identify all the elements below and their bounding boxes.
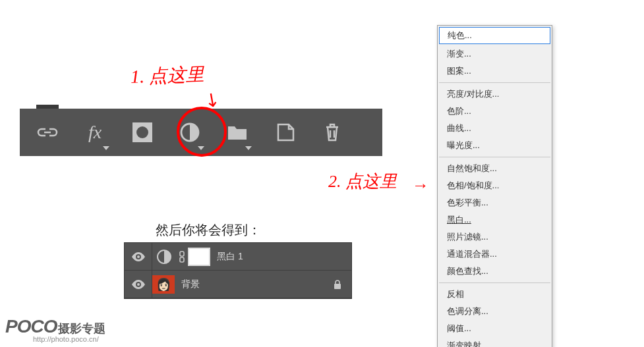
layers-toolbar: fx <box>20 109 382 156</box>
adjustment-context-menu: 纯色... 渐变... 图案... 亮度/对比度... 色阶... 曲线... … <box>437 25 552 347</box>
menu-bw[interactable]: 黑白... <box>438 211 552 228</box>
poco-logo: POCO摄影专题 http://photo.poco.cn/ <box>5 316 105 343</box>
lock-icon <box>324 279 351 290</box>
menu-lookup[interactable]: 颜色查找... <box>438 263 552 280</box>
menu-balance[interactable]: 色彩平衡... <box>438 194 552 211</box>
annotation-note-1: 1. 点这里 <box>130 62 204 90</box>
svg-rect-8 <box>334 284 341 289</box>
adjustment-layer-icon[interactable] <box>174 117 206 148</box>
trash-icon[interactable] <box>316 117 348 148</box>
layer-row-bw[interactable]: 黑白 1 <box>125 243 351 271</box>
menu-gradient[interactable]: 渐变... <box>438 45 552 63</box>
logo-brand: POCO <box>5 316 57 336</box>
adjustment-thumb-icon <box>152 247 176 267</box>
menu-gradmap[interactable]: 渐变映射... <box>438 337 552 347</box>
eye-icon[interactable] <box>125 243 152 270</box>
folder-icon[interactable] <box>221 117 253 148</box>
menu-threshold[interactable]: 阈值... <box>438 320 552 337</box>
menu-brightness[interactable]: 亮度/对比度... <box>438 86 552 103</box>
svg-rect-5 <box>180 252 184 256</box>
layer-row-bg[interactable]: 👩🏻 背景 <box>125 271 351 298</box>
menu-solid-color[interactable]: 纯色... <box>439 27 550 44</box>
bg-thumb[interactable]: 👩🏻 <box>152 275 175 294</box>
mask-icon[interactable] <box>127 117 158 148</box>
menu-separator <box>439 82 550 83</box>
menu-photo-filter[interactable]: 照片滤镜... <box>438 228 552 246</box>
fx-icon[interactable]: fx <box>79 117 111 148</box>
eye-icon[interactable] <box>125 271 152 298</box>
layer-label-bw: 黑白 1 <box>217 251 351 263</box>
annotation-note-2: 2. 点这里 <box>328 170 397 193</box>
mask-thumb[interactable] <box>188 248 210 266</box>
new-layer-icon[interactable] <box>269 117 301 148</box>
result-label: 然后你将会得到： <box>156 221 261 239</box>
menu-hue[interactable]: 色相/饱和度... <box>438 177 552 194</box>
menu-exposure[interactable]: 曝光度... <box>438 137 552 154</box>
menu-vibrance[interactable]: 自然饱和度... <box>438 160 552 177</box>
menu-invert[interactable]: 反相 <box>438 286 552 303</box>
menu-mixer[interactable]: 通道混合器... <box>438 246 552 263</box>
menu-levels[interactable]: 色阶... <box>438 103 552 120</box>
annotation-arrow-2: → <box>412 175 429 196</box>
svg-point-7 <box>137 283 140 286</box>
layers-panel: 黑白 1 👩🏻 背景 <box>124 242 352 299</box>
svg-point-1 <box>136 126 148 138</box>
svg-point-3 <box>137 255 140 258</box>
menu-curves[interactable]: 曲线... <box>438 120 552 137</box>
menu-posterize[interactable]: 色调分离... <box>438 303 552 320</box>
logo-url: http://photo.poco.cn/ <box>33 335 105 343</box>
menu-separator <box>439 282 550 283</box>
link-icon[interactable] <box>32 117 63 148</box>
svg-rect-6 <box>180 257 184 262</box>
menu-pattern[interactable]: 图案... <box>438 63 552 80</box>
logo-title: 摄影专题 <box>58 322 105 335</box>
menu-separator <box>439 157 550 157</box>
chain-icon[interactable] <box>176 251 188 263</box>
layer-label-bg: 背景 <box>181 279 324 290</box>
